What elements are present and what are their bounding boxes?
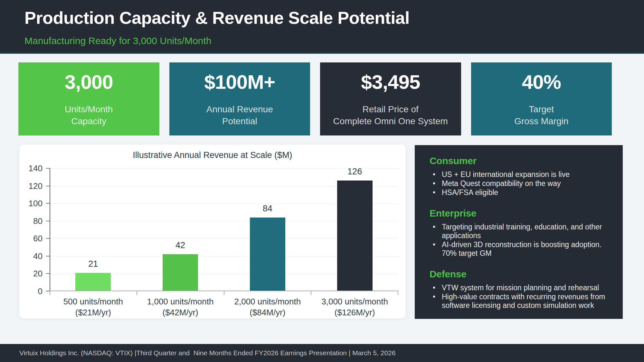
bar-value-label: 126 <box>347 167 362 177</box>
y-axis-tick-label: 0 <box>38 286 43 296</box>
kpi-label: Target Gross Margin <box>514 104 568 127</box>
page-subtitle: Manufacturing Ready for 3,000 Units/Mont… <box>24 35 211 46</box>
y-axis-tick <box>46 186 50 186</box>
x-axis-tick <box>398 291 398 295</box>
footer-bar: Virtuix Holdings Inc. (NASDAQ: VTIX) |Th… <box>0 344 644 362</box>
segment-bullet-list: VTW system for mission planning and rehe… <box>430 283 608 310</box>
kpi-label: Retail Price of Complete Omni One System <box>333 104 448 127</box>
bar <box>337 181 373 291</box>
bar <box>75 273 111 291</box>
segment-defense: Defense VTW system for mission planning … <box>430 269 608 310</box>
y-axis-tick <box>46 256 50 256</box>
y-axis-tick <box>46 168 50 169</box>
bar <box>163 254 198 291</box>
bar-chart-plot: 020406080100120140214284126 <box>50 168 398 291</box>
segment-bullet-list: Targeting industrial training, education… <box>430 223 608 258</box>
y-axis-tick <box>46 203 50 204</box>
bar-chart-xlabels: 500 units/month ($21M/yr)1,000 units/mon… <box>50 296 398 317</box>
segment-heading: Defense <box>430 269 608 280</box>
header-bar: Production Capacity & Revenue Scale Pote… <box>0 0 644 54</box>
segment-bullet-list: US + EU international expansion is liveM… <box>430 170 608 197</box>
x-axis-category-label: 1,000 units/month ($42M/yr) <box>137 296 224 318</box>
y-axis-tick-label: 40 <box>33 251 43 261</box>
segment-consumer: Consumer US + EU international expansion… <box>430 155 608 197</box>
x-axis-line <box>46 291 398 291</box>
kpi-label: Units/Month Capacity <box>65 104 113 127</box>
x-axis-category-label: 2,000 units/month ($84M/yr) <box>224 296 311 318</box>
bar-value-label: 21 <box>88 259 98 269</box>
x-axis-tick <box>137 291 137 295</box>
x-axis-category-label: 3,000 units/month ($126M/yr) <box>311 296 398 318</box>
segment-heading: Enterprise <box>430 208 608 219</box>
kpi-card-retail-price: $3,495 Retail Price of Complete Omni One… <box>320 62 461 135</box>
bar-value-label: 42 <box>175 240 185 250</box>
footer-text: Virtuix Holdings Inc. (NASDAQ: VTIX) |Th… <box>19 349 395 357</box>
y-axis-tick <box>46 273 50 274</box>
kpi-value: 3,000 <box>65 70 113 93</box>
kpi-value: $3,495 <box>361 70 420 93</box>
y-axis-tick-label: 80 <box>33 216 43 226</box>
x-axis-tick <box>224 291 224 295</box>
kpi-card-units-capacity: 3,000 Units/Month Capacity <box>18 62 159 135</box>
y-axis-tick-label: 60 <box>33 234 43 244</box>
list-item: Meta Quest compatibility on the way <box>430 179 608 188</box>
gridline <box>50 168 398 169</box>
bar-value-label: 84 <box>263 204 272 214</box>
list-item: VTW system for mission planning and rehe… <box>430 283 608 292</box>
kpi-card-gross-margin: 40% Target Gross Margin <box>471 62 612 135</box>
x-axis-category-label: 500 units/month ($21M/yr) <box>50 296 137 318</box>
y-axis-line <box>50 168 50 291</box>
segment-enterprise: Enterprise Targeting industrial training… <box>430 208 608 258</box>
segment-heading: Consumer <box>430 155 608 166</box>
slide: Production Capacity & Revenue Scale Pote… <box>0 0 644 362</box>
list-item: US + EU international expansion is live <box>430 170 608 179</box>
kpi-value: 40% <box>522 70 561 93</box>
list-item: Targeting industrial training, education… <box>430 223 608 240</box>
bar <box>250 218 285 291</box>
list-item: AI-driven 3D reconstruction is boosting … <box>430 240 608 258</box>
y-axis-tick-label: 140 <box>29 163 43 173</box>
chart-card: Illustrative Annual Revenue at Scale ($M… <box>19 144 406 319</box>
kpi-row: 3,000 Units/Month Capacity $100M+ Annual… <box>18 62 612 135</box>
y-axis-tick-label: 120 <box>29 181 43 191</box>
list-item: HSA/FSA eligible <box>430 188 608 197</box>
y-axis-tick-label: 20 <box>33 269 43 279</box>
kpi-value: $100M+ <box>204 70 275 93</box>
kpi-card-annual-revenue: $100M+ Annual Revenue Potential <box>169 62 310 135</box>
list-item: High-value contracts with recurring reve… <box>430 292 608 310</box>
x-axis-tick <box>311 291 311 295</box>
y-axis-tick <box>46 221 50 221</box>
y-axis-tick <box>46 238 50 239</box>
page-title: Production Capacity & Revenue Scale Pote… <box>24 8 410 28</box>
segments-panel: Consumer US + EU international expansion… <box>415 145 623 319</box>
y-axis-tick-label: 100 <box>29 199 43 209</box>
kpi-label: Annual Revenue Potential <box>206 104 273 127</box>
x-axis-tick <box>50 291 50 295</box>
chart-title: Illustrative Annual Revenue at Scale ($M… <box>19 150 406 160</box>
